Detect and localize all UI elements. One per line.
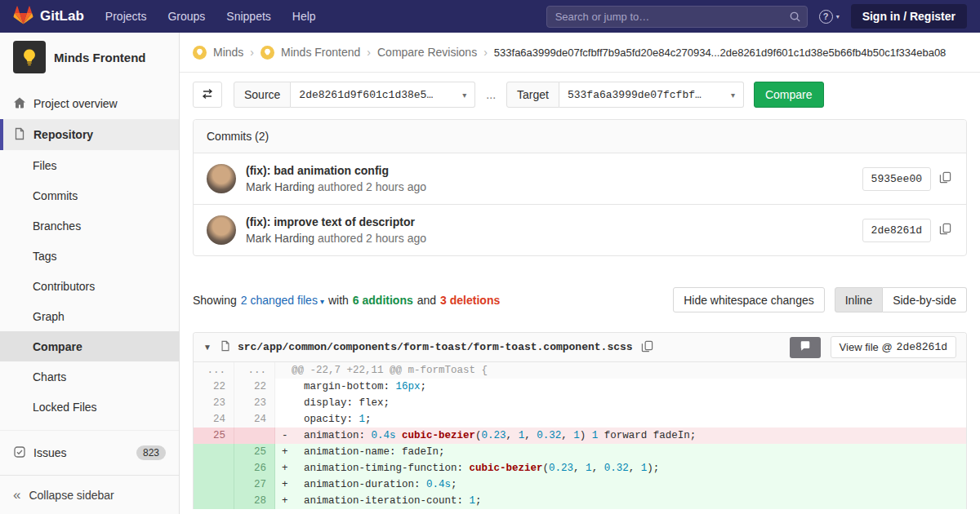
commit-author-link[interactable]: Mark Harding [246, 232, 314, 245]
collapse-diff-icon[interactable]: ▼ [203, 343, 212, 352]
file-path[interactable]: src/app/common/components/form-toast/for… [238, 341, 633, 353]
source-label: Source [234, 82, 291, 108]
new-line-number[interactable]: 25 [234, 444, 275, 460]
diff-view-toggle: Inline Side-by-side [835, 287, 967, 312]
inline-view-button[interactable]: Inline [835, 287, 883, 312]
nav-link-snippets[interactable]: Snippets [226, 10, 270, 23]
copy-icon [939, 171, 951, 186]
old-line-number[interactable]: 25 [194, 428, 234, 444]
sidebar-item-label: Issues [33, 446, 66, 459]
gitlab-home-link[interactable]: GitLab [13, 6, 84, 28]
old-line-number[interactable] [194, 493, 234, 509]
old-line-number[interactable] [194, 444, 234, 460]
view-file-sha: 2de8261d [897, 341, 947, 353]
changed-files-dropdown[interactable]: 2 changed files▾ [241, 294, 324, 307]
diff-line-ctx: 2424 opacity: 1; [194, 411, 966, 428]
target-label: Target [506, 82, 559, 108]
code-line: margin-bottom: 16px; [275, 379, 966, 395]
code-line: + animation-timing-function: cubic-bezie… [275, 460, 966, 476]
sidebar-item-label: Project overview [33, 97, 118, 110]
code-line: opacity: 1; [275, 411, 966, 428]
new-line-number[interactable]: 24 [234, 411, 275, 428]
sidebar-item-project-overview[interactable]: Project overview [0, 88, 179, 119]
search-input[interactable] [546, 6, 808, 28]
new-line-number[interactable]: 23 [234, 395, 275, 411]
code-line: + animation-duration: 0.4s; [275, 476, 966, 493]
new-line-number[interactable] [234, 428, 275, 444]
commit-title-link[interactable]: (fix): improve text of descriptor [246, 215, 426, 228]
sidebar-item-tags[interactable]: Tags [0, 241, 179, 271]
new-line-number[interactable]: 22 [234, 379, 275, 395]
and-label: and [417, 294, 436, 307]
copy-sha-button[interactable] [938, 170, 953, 188]
breadcrumb-link-minds-frontend[interactable]: Minds Frontend [281, 46, 360, 59]
view-file-button[interactable]: View file @ 2de8261d [831, 336, 956, 358]
sidebar-item-commits[interactable]: Commits [0, 180, 179, 210]
sign-in-button[interactable]: Sign in / Register [851, 4, 967, 29]
new-line-number[interactable]: 26 [234, 460, 275, 476]
old-line-number[interactable] [194, 476, 234, 493]
breadcrumb-link-compare-revisions[interactable]: Compare Revisions [377, 46, 477, 59]
commit-sha-button[interactable]: 5935ee00 [862, 167, 931, 191]
diff-line-add: 27+ animation-duration: 0.4s; [194, 476, 966, 493]
sidebar-item-contributors[interactable]: Contributors [0, 271, 179, 301]
code-line: + animation-name: fadeIn; [275, 444, 966, 460]
sidebar-issues-section: Issues 823 [0, 430, 179, 468]
breadcrumb-separator: › [483, 46, 488, 59]
chevron-down-icon: ▾ [836, 13, 840, 20]
target-branch-dropdown[interactable]: 533fa6a3999de07fcfbf… ▾ [559, 82, 744, 108]
diff-file-header: ▼ src/app/common/components/form-toast/f… [194, 333, 966, 362]
nav-link-projects[interactable]: Projects [105, 10, 147, 23]
hide-whitespace-button[interactable]: Hide whitespace changes [673, 287, 825, 312]
sidebar-item-compare[interactable]: Compare [0, 331, 179, 361]
minds-frontend-avatar [261, 46, 274, 60]
commit-author-link[interactable]: Mark Harding [246, 180, 314, 193]
sidebar-item-issues[interactable]: Issues 823 [0, 437, 179, 468]
side-by-side-view-button[interactable]: Side-by-side [883, 287, 967, 312]
toggle-comments-button[interactable] [790, 337, 821, 358]
file-icon [220, 340, 231, 354]
copy-file-path-button[interactable] [639, 339, 655, 357]
sidebar-item-files[interactable]: Files [0, 150, 179, 180]
new-line-number[interactable]: ... [234, 362, 275, 379]
sidebar-item-graph[interactable]: Graph [0, 301, 179, 331]
nav-link-help[interactable]: Help [292, 10, 316, 23]
sidebar-item-repository[interactable]: Repository [0, 119, 179, 150]
commit-title-link[interactable]: (fix): bad animation config [246, 164, 426, 177]
old-line-number[interactable]: 24 [194, 411, 234, 428]
comment-bubble-icon [800, 340, 811, 354]
swap-revisions-button[interactable] [193, 82, 222, 108]
view-file-label: View file @ [840, 341, 893, 353]
sidebar-project-header[interactable]: Minds Frontend [0, 33, 179, 88]
top-navbar: GitLab Projects Groups Snippets Help ? ▾… [0, 0, 980, 33]
code-line: + animation-iteration-count: 1; [275, 493, 966, 509]
breadcrumb-link-minds[interactable]: Minds [213, 46, 243, 59]
old-line-number[interactable]: 23 [194, 395, 234, 411]
old-line-number[interactable]: 22 [194, 379, 234, 395]
sidebar-item-locked-files[interactable]: Locked Files [0, 392, 179, 422]
old-line-number[interactable]: ... [194, 362, 234, 379]
new-line-number[interactable]: 27 [234, 476, 275, 493]
compare-button[interactable]: Compare [754, 82, 824, 108]
search-icon[interactable] [789, 11, 801, 25]
nav-link-groups[interactable]: Groups [167, 10, 205, 23]
commit-sha-button[interactable]: 2de8261d [862, 219, 931, 242]
gitlab-tanuki-icon [13, 6, 33, 28]
sidebar-item-branches[interactable]: Branches [0, 210, 179, 241]
sidebar-item-label: Repository [33, 128, 93, 141]
chevron-down-icon: ▾ [320, 297, 324, 306]
primary-nav: Projects Groups Snippets Help [105, 10, 316, 23]
author-avatar[interactable] [207, 164, 236, 193]
collapse-sidebar-button[interactable]: « Collapse sidebar [0, 475, 179, 514]
sidebar-item-charts[interactable]: Charts [0, 361, 179, 392]
swap-arrows-icon [201, 87, 214, 103]
source-branch-dropdown[interactable]: 2de8261d9f601c1d38e5… ▾ [291, 82, 475, 108]
diff-line-add: 26+ animation-timing-function: cubic-bez… [194, 460, 966, 476]
author-avatar[interactable] [207, 215, 236, 245]
target-value: 533fa6a3999de07fcfbf… [568, 89, 702, 101]
new-line-number[interactable]: 28 [234, 493, 275, 509]
home-icon [13, 96, 26, 112]
old-line-number[interactable] [194, 460, 234, 476]
help-menu-button[interactable]: ? ▾ [819, 10, 840, 24]
copy-sha-button[interactable] [938, 221, 953, 239]
